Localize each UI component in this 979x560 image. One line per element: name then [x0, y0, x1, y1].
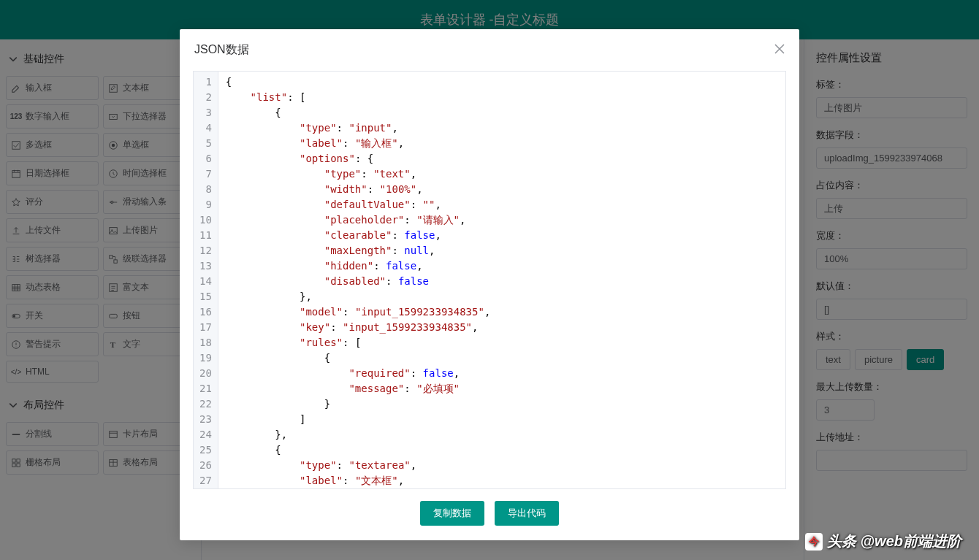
export-code-button[interactable]: 导出代码	[495, 501, 559, 526]
copy-data-button[interactable]: 复制数据	[420, 501, 484, 526]
watermark: 今 头条 @web前端进阶	[805, 532, 961, 551]
dialog-close-button[interactable]	[774, 42, 785, 58]
dialog-title: JSON数据	[194, 42, 249, 58]
json-dialog: JSON数据 123456789101112131415161718192021…	[180, 29, 799, 540]
close-icon	[774, 44, 785, 54]
code-editor[interactable]: 1234567891011121314151617181920212223242…	[193, 71, 786, 489]
watermark-text: 头条 @web前端进阶	[827, 532, 961, 551]
watermark-icon: 今	[805, 533, 823, 551]
